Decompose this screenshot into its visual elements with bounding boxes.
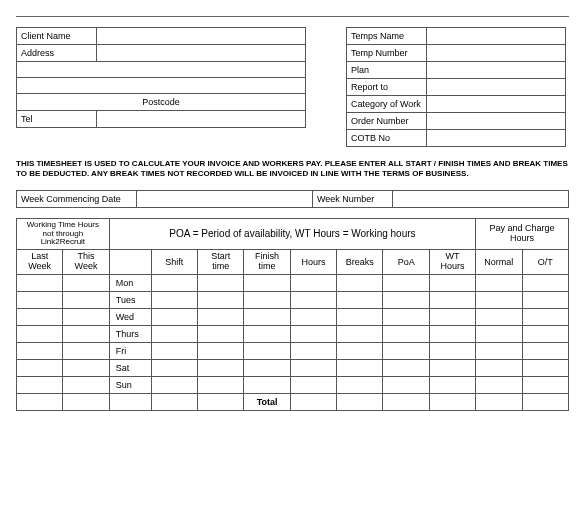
- total-hours[interactable]: [290, 393, 336, 410]
- normal-cell[interactable]: [476, 274, 522, 291]
- start-cell[interactable]: [198, 359, 244, 376]
- wthours-cell[interactable]: [429, 274, 475, 291]
- shift-cell[interactable]: [151, 325, 197, 342]
- breaks-cell[interactable]: [337, 325, 383, 342]
- report-to-value[interactable]: [427, 79, 566, 96]
- cotb-value[interactable]: [427, 130, 566, 147]
- normal-cell[interactable]: [476, 291, 522, 308]
- hours-cell[interactable]: [290, 325, 336, 342]
- ot-cell[interactable]: [522, 308, 568, 325]
- total-normal[interactable]: [476, 393, 522, 410]
- hours-cell[interactable]: [290, 291, 336, 308]
- poa-cell[interactable]: [383, 359, 429, 376]
- category-value[interactable]: [427, 96, 566, 113]
- hours-cell[interactable]: [290, 274, 336, 291]
- finish-cell[interactable]: [244, 325, 290, 342]
- thisweek-cell[interactable]: [63, 359, 109, 376]
- lastweek-cell[interactable]: [17, 342, 63, 359]
- poa-cell[interactable]: [383, 308, 429, 325]
- thisweek-cell[interactable]: [63, 325, 109, 342]
- lastweek-cell[interactable]: [17, 274, 63, 291]
- breaks-cell[interactable]: [337, 376, 383, 393]
- finish-cell[interactable]: [244, 359, 290, 376]
- start-cell[interactable]: [198, 274, 244, 291]
- thisweek-cell[interactable]: [63, 308, 109, 325]
- poa-cell[interactable]: [383, 325, 429, 342]
- finish-cell[interactable]: [244, 291, 290, 308]
- shift-cell[interactable]: [151, 376, 197, 393]
- thisweek-cell[interactable]: [63, 342, 109, 359]
- breaks-cell[interactable]: [337, 342, 383, 359]
- shift-cell[interactable]: [151, 274, 197, 291]
- hours-cell[interactable]: [290, 342, 336, 359]
- ot-cell[interactable]: [522, 274, 568, 291]
- address3-value[interactable]: [17, 78, 306, 94]
- shift-cell[interactable]: [151, 308, 197, 325]
- shift-cell[interactable]: [151, 359, 197, 376]
- breaks-cell[interactable]: [337, 308, 383, 325]
- start-cell[interactable]: [198, 291, 244, 308]
- finish-cell[interactable]: [244, 376, 290, 393]
- hours-cell[interactable]: [290, 308, 336, 325]
- wthours-cell[interactable]: [429, 308, 475, 325]
- lastweek-cell[interactable]: [17, 376, 63, 393]
- ot-cell[interactable]: [522, 291, 568, 308]
- normal-cell[interactable]: [476, 325, 522, 342]
- finish-cell[interactable]: [244, 308, 290, 325]
- shift-cell[interactable]: [151, 342, 197, 359]
- day-blank-header: [109, 250, 151, 275]
- ot-cell[interactable]: [522, 376, 568, 393]
- wthours-cell[interactable]: [429, 342, 475, 359]
- total-ot[interactable]: [522, 393, 568, 410]
- timesheet-table: Working Time Hours not through Link2Recr…: [16, 218, 569, 411]
- hours-cell[interactable]: [290, 376, 336, 393]
- poa-cell[interactable]: [383, 376, 429, 393]
- lastweek-cell[interactable]: [17, 359, 63, 376]
- temps-name-value[interactable]: [427, 28, 566, 45]
- total-poa[interactable]: [383, 393, 429, 410]
- thisweek-cell[interactable]: [63, 376, 109, 393]
- normal-cell[interactable]: [476, 359, 522, 376]
- poa-cell[interactable]: [383, 274, 429, 291]
- temp-number-value[interactable]: [427, 45, 566, 62]
- poa-cell[interactable]: [383, 291, 429, 308]
- breaks-cell[interactable]: [337, 274, 383, 291]
- ot-cell[interactable]: [522, 359, 568, 376]
- wthours-cell[interactable]: [429, 325, 475, 342]
- normal-cell[interactable]: [476, 376, 522, 393]
- wthours-cell[interactable]: [429, 376, 475, 393]
- finish-cell[interactable]: [244, 342, 290, 359]
- normal-cell[interactable]: [476, 308, 522, 325]
- start-cell[interactable]: [198, 376, 244, 393]
- ot-cell[interactable]: [522, 325, 568, 342]
- ot-cell[interactable]: [522, 342, 568, 359]
- thisweek-cell[interactable]: [63, 274, 109, 291]
- tel-value[interactable]: [97, 111, 306, 128]
- hours-cell[interactable]: [290, 359, 336, 376]
- wthours-cell[interactable]: [429, 359, 475, 376]
- shift-cell[interactable]: [151, 291, 197, 308]
- start-cell[interactable]: [198, 342, 244, 359]
- lastweek-cell[interactable]: [17, 308, 63, 325]
- plan-value[interactable]: [427, 62, 566, 79]
- lastweek-cell[interactable]: [17, 291, 63, 308]
- finish-cell[interactable]: [244, 274, 290, 291]
- address2-value[interactable]: [17, 62, 306, 78]
- week-commencing-value[interactable]: [137, 190, 313, 207]
- normal-cell[interactable]: [476, 342, 522, 359]
- wthours-cell[interactable]: [429, 291, 475, 308]
- client-name-value[interactable]: [97, 28, 306, 45]
- poa-cell[interactable]: [383, 342, 429, 359]
- order-number-value[interactable]: [427, 113, 566, 130]
- total-wthours[interactable]: [429, 393, 475, 410]
- breaks-cell[interactable]: [337, 359, 383, 376]
- start-cell[interactable]: [198, 308, 244, 325]
- start-cell[interactable]: [198, 325, 244, 342]
- week-number-value[interactable]: [393, 190, 569, 207]
- thisweek-cell[interactable]: [63, 291, 109, 308]
- breaks-cell[interactable]: [337, 291, 383, 308]
- total-breaks[interactable]: [337, 393, 383, 410]
- address1-value[interactable]: [97, 45, 306, 62]
- lastweek-cell[interactable]: [17, 325, 63, 342]
- wt-hours-header: Working Time Hours not through Link2Recr…: [17, 218, 110, 249]
